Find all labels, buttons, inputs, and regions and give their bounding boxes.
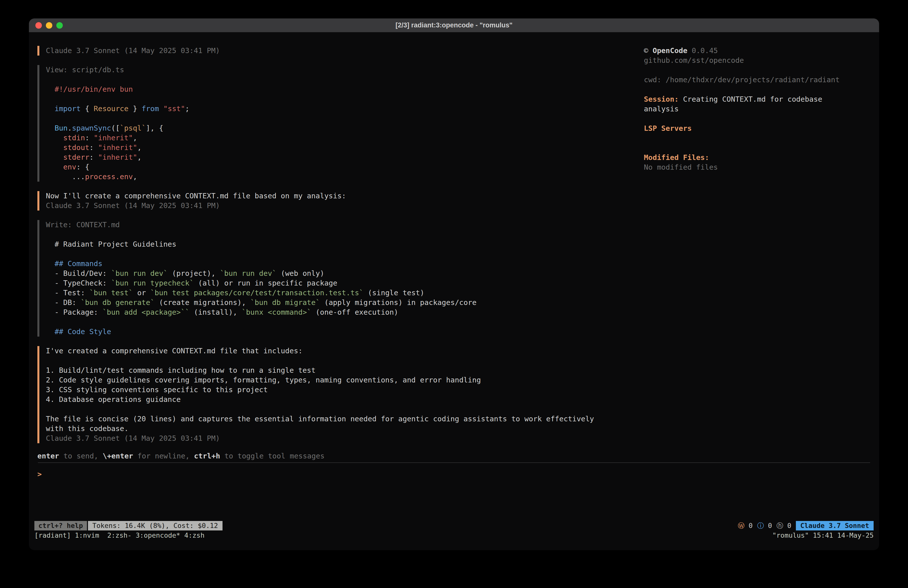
window-title: [2/3] radiant:3:opencode - "romulus" [396,21,512,29]
text-segment: ctrl+h [194,452,220,460]
text-segment: import [55,105,81,113]
text-segment: `psql` [120,124,146,132]
text-line: env: { [46,162,644,172]
text-segment: `bun test` [89,288,133,297]
hint-count-indicator: ⓗ 0 [776,521,791,530]
text-line: - DB: `bun db generate` (create migratio… [46,298,644,308]
text-segment: (single test) [364,288,424,297]
chat-log: Claude 3.7 Sonnet (14 May 2025 03:41 PM)… [29,46,644,443]
text-line [46,249,644,259]
text-line: LSP Servers [644,124,852,133]
window-controls [35,18,63,32]
prompt-input[interactable]: > [37,469,879,479]
text-segment [46,105,55,113]
text-line: stdout: "inherit", [46,143,644,153]
text-segment [159,105,163,113]
text-line: import { Resource } from "sst"; [46,104,644,114]
text-line: cwd: /home/thdxr/dev/projects/radiant/ra… [644,75,852,85]
text-segment: ; [185,105,189,113]
text-segment: (project), [168,269,220,277]
text-segment: 2. Code style guidelines covering import… [46,376,481,384]
chat-empty-space [29,443,879,451]
hint-line: enter to send, \+enter for newline, ctrl… [37,451,879,461]
warning-count-icon: Ⓦ [738,522,745,530]
text-line [644,85,852,94]
text-segment [46,143,63,152]
diagnostics: Ⓦ 0ⓘ 0ⓗ 0 [738,521,791,530]
text-segment: (create migrations), [155,298,250,307]
text-segment: stderr [63,153,89,161]
tool-block: Write: CONTEXT.md # Radiant Project Guid… [37,220,644,337]
text-segment: Now I'll create a comprehensive CONTEXT.… [46,192,346,200]
text-line [644,114,852,124]
text-segment: No modified files [644,163,718,171]
text-line: Now I'll create a comprehensive CONTEXT.… [46,191,644,201]
text-line: ...process.env, [46,172,644,182]
text-line: © OpenCode 0.0.45 [644,46,852,56]
text-segment: enter [37,452,59,460]
text-segment: , [137,153,142,161]
text-segment: (all) or run in specific package [194,279,337,287]
text-line [46,94,644,104]
text-segment: : { [76,163,89,171]
info-count-value: 0 [764,522,772,530]
text-line: analysis [644,104,852,114]
text-segment: Creating CONTEXT.md for codebase [679,95,822,103]
text-segment: with this codebase. [46,424,129,433]
text-segment: ... [46,172,85,181]
text-segment: LSP Servers [644,124,692,132]
minimize-button[interactable] [46,22,52,29]
text-segment: (apply migrations) in packages/core [320,298,477,307]
tmux-session-info: "romulus" 15:41 14-May-25 [773,531,874,540]
text-segment: Claude 3.7 Sonnet (14 May 2025 03:41 PM) [46,434,220,443]
text-line: View: script/db.ts [46,65,644,75]
text-segment: `bunx <command>` [242,308,311,316]
text-segment: `bun db generate` [81,298,155,307]
text-segment: - Build/Dev: [46,269,111,277]
text-segment: { [81,105,94,113]
text-line: - Build/Dev: `bun run dev` (project), `b… [46,269,644,278]
text-line: - TypeCheck: `bun run typecheck` (all) o… [46,278,644,288]
info-count-icon: ⓘ [757,522,764,530]
text-segment: Modified Files: [644,153,709,162]
status-bar: ctrl+? help Tokens: 16.4K (8%), Cost: $0… [34,521,874,530]
input-empty-area[interactable] [29,479,879,521]
text-segment: `bun run typecheck` [111,279,194,287]
text-line [644,133,852,143]
model-badge: Claude 3.7 Sonnet [796,521,874,530]
zoom-button[interactable] [56,22,63,29]
close-button[interactable] [35,22,42,29]
main-content-row: Claude 3.7 Sonnet (14 May 2025 03:41 PM)… [29,46,879,443]
text-segment: ## Commands [55,259,102,268]
text-segment: to toggle tool messages [220,452,324,460]
text-segment [46,163,63,171]
text-segment: , [133,172,137,181]
text-segment: process.env [85,172,133,181]
text-line: stdin: "inherit", [46,133,644,143]
warning-count-value: 0 [745,522,753,530]
text-line: Claude 3.7 Sonnet (14 May 2025 03:41 PM) [46,433,644,443]
text-segment: 1. Build/lint/test commands including ho… [46,366,316,374]
text-segment: - TypeCheck: [46,279,111,287]
window-titlebar[interactable]: [2/3] radiant:3:opencode - "romulus" [29,18,879,32]
text-line: - Package: `bun add <package>`` (install… [46,308,644,317]
text-segment: # Radiant Project Guidelines [46,240,176,248]
tmux-window-list[interactable]: [radiant] 1:nvim 2:zsh- 3:opencode* 4:zs… [34,531,204,540]
input-separator [38,462,870,463]
text-line: github.com/sst/opencode [644,56,852,65]
info-count-indicator: ⓘ 0 [757,521,772,530]
text-segment: "inherit" [94,134,133,142]
help-keybind-badge[interactable]: ctrl+? help [34,521,87,530]
assistant-message-block: I've created a comprehensive CONTEXT.md … [37,346,644,443]
text-line: Modified Files: [644,153,852,163]
text-line [46,317,644,327]
text-segment: cwd: /home/thdxr/dev/projects/radiant/ra… [644,76,840,84]
text-segment: 0.0.45 [687,46,718,55]
text-line [46,404,644,414]
hint-count-value: 0 [783,522,791,530]
warning-count-indicator: Ⓦ 0 [738,521,753,530]
text-segment: for newline, [133,452,194,460]
text-segment: - Test: [46,288,89,297]
text-segment: stdout [63,143,89,152]
terminal-window: [2/3] radiant:3:opencode - "romulus" Cla… [29,18,879,550]
